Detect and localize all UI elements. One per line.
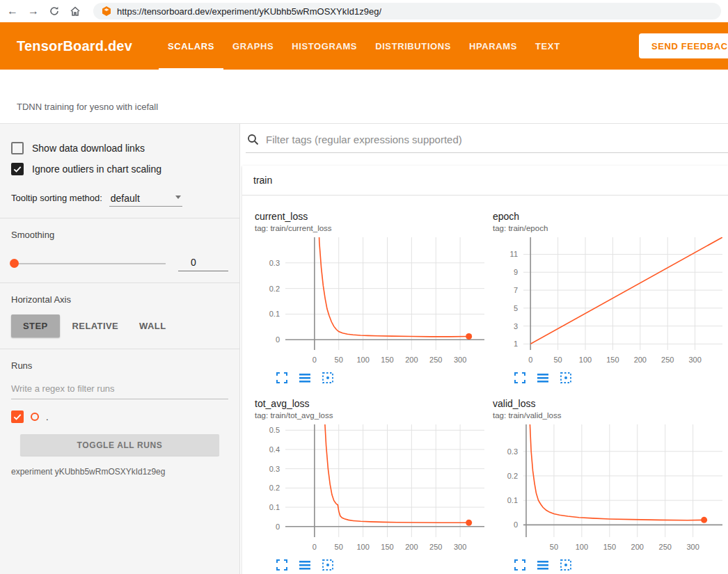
svg-text:300: 300 bbox=[454, 543, 466, 551]
svg-text:100: 100 bbox=[356, 356, 369, 364]
chart-title: valid_loss bbox=[493, 398, 727, 409]
ignore-outliers-label: Ignore outliers in chart scaling bbox=[32, 164, 161, 175]
svg-text:0.5: 0.5 bbox=[269, 426, 280, 434]
chart-tag: tag: train/epoch bbox=[493, 224, 727, 232]
tab-scalars[interactable]: SCALARS bbox=[159, 22, 223, 70]
app-logo[interactable]: TensorBoard.dev bbox=[17, 38, 132, 54]
svg-text:0.2: 0.2 bbox=[269, 484, 280, 492]
fullscreen-icon[interactable] bbox=[276, 559, 288, 571]
run-color-indicator bbox=[31, 413, 39, 421]
svg-text:250: 250 bbox=[429, 543, 442, 551]
smoothing-slider-thumb[interactable] bbox=[10, 259, 19, 268]
smoothing-value-input[interactable]: 0 bbox=[178, 255, 228, 271]
fullscreen-icon[interactable] bbox=[276, 372, 288, 384]
fullscreen-icon[interactable] bbox=[514, 559, 526, 571]
data-table-icon[interactable] bbox=[299, 559, 311, 571]
svg-text:0.3: 0.3 bbox=[269, 465, 280, 473]
svg-text:0: 0 bbox=[312, 356, 317, 364]
home-icon[interactable] bbox=[70, 6, 81, 17]
tab-text[interactable]: TEXT bbox=[526, 22, 569, 70]
tab-distributions[interactable]: DISTRIBUTIONS bbox=[366, 22, 460, 70]
scalar-chart[interactable]: 00.10.20.30.40.5050100150200250300 bbox=[255, 422, 489, 555]
svg-text:0.1: 0.1 bbox=[269, 503, 280, 511]
axis-wall-button[interactable]: WALL bbox=[131, 314, 174, 337]
show-download-links-checkbox[interactable] bbox=[11, 142, 24, 154]
svg-text:0: 0 bbox=[528, 356, 532, 364]
axis-step-button[interactable]: STEP bbox=[11, 314, 60, 337]
data-table-icon[interactable] bbox=[537, 559, 549, 571]
svg-text:0.2: 0.2 bbox=[269, 285, 280, 293]
chart-title: tot_avg_loss bbox=[255, 398, 489, 409]
runs-label: Runs bbox=[11, 360, 228, 371]
data-table-icon[interactable] bbox=[299, 372, 311, 384]
svg-text:0.3: 0.3 bbox=[269, 259, 280, 267]
scalar-card-tot-avg-loss: tot_avg_loss tag: train/tot_avg_loss 00.… bbox=[255, 398, 489, 574]
forward-icon[interactable]: → bbox=[28, 6, 39, 17]
svg-text:50: 50 bbox=[554, 356, 562, 364]
show-download-links-label: Show data download links bbox=[32, 143, 145, 154]
svg-text:100: 100 bbox=[576, 543, 588, 551]
svg-text:250: 250 bbox=[661, 356, 674, 364]
axis-relative-button[interactable]: RELATIVE bbox=[64, 314, 127, 337]
tab-histograms[interactable]: HISTOGRAMS bbox=[283, 22, 366, 70]
back-icon[interactable]: ← bbox=[7, 6, 18, 17]
tab-graphs[interactable]: GRAPHS bbox=[223, 22, 283, 70]
tag-filter-input[interactable] bbox=[266, 134, 728, 145]
charts-grid: current_loss tag: train/current_loss 00.… bbox=[242, 196, 728, 574]
browser-toolbar: ← → https://tensorboard.dev/experiment/y… bbox=[0, 0, 728, 22]
svg-text:0: 0 bbox=[276, 523, 280, 531]
svg-text:250: 250 bbox=[659, 543, 672, 551]
svg-text:100: 100 bbox=[356, 543, 369, 551]
svg-text:50: 50 bbox=[550, 543, 558, 551]
send-feedback-button[interactable]: SEND FEEDBACK bbox=[639, 33, 728, 58]
url-text: https://tensorboard.dev/experiment/yKUbh… bbox=[117, 6, 381, 17]
address-bar[interactable]: https://tensorboard.dev/experiment/yKUbh… bbox=[93, 3, 721, 19]
svg-text:300: 300 bbox=[454, 356, 466, 364]
fit-domain-icon[interactable] bbox=[322, 372, 334, 384]
settings-sidebar: Show data download links Ignore outliers… bbox=[0, 124, 240, 574]
fit-domain-icon[interactable] bbox=[560, 559, 572, 571]
svg-text:150: 150 bbox=[603, 543, 616, 551]
scalar-card-valid-loss: valid_loss tag: train/valid_loss 00.10.2… bbox=[493, 398, 727, 574]
search-icon bbox=[247, 134, 259, 145]
tooltip-sort-dropdown[interactable]: default bbox=[109, 191, 182, 207]
main-nav: SCALARS GRAPHS HISTOGRAMS DISTRIBUTIONS … bbox=[159, 22, 569, 70]
chart-title: epoch bbox=[493, 211, 727, 222]
run-name: . bbox=[46, 412, 49, 422]
data-table-icon[interactable] bbox=[537, 372, 549, 384]
scalar-card-current-loss: current_loss tag: train/current_loss 00.… bbox=[255, 211, 489, 397]
svg-text:1: 1 bbox=[514, 340, 518, 348]
scalar-chart[interactable]: 00.10.20.3050100150200250300 bbox=[255, 234, 489, 368]
svg-text:5: 5 bbox=[514, 304, 518, 312]
run-row[interactable]: . bbox=[11, 410, 228, 423]
run-checkbox[interactable] bbox=[11, 410, 24, 423]
svg-text:200: 200 bbox=[631, 543, 644, 551]
svg-text:0.2: 0.2 bbox=[507, 472, 518, 480]
toggle-all-runs-button[interactable]: TOGGLE ALL RUNS bbox=[20, 434, 219, 456]
smoothing-label: Smoothing bbox=[11, 230, 228, 240]
fit-domain-icon[interactable] bbox=[322, 559, 334, 571]
svg-text:100: 100 bbox=[579, 356, 592, 364]
scalar-chart[interactable]: 1357911050100150200250300 bbox=[493, 234, 727, 368]
svg-text:300: 300 bbox=[686, 543, 699, 551]
svg-text:11: 11 bbox=[510, 250, 518, 258]
scalar-chart[interactable]: 00.10.20.350100150200250300 bbox=[493, 422, 727, 555]
fullscreen-icon[interactable] bbox=[514, 372, 526, 384]
svg-text:0.1: 0.1 bbox=[269, 310, 280, 318]
fit-domain-icon[interactable] bbox=[560, 372, 572, 384]
tag-group-header[interactable]: train bbox=[242, 166, 728, 196]
experiment-title: TDNN training for yesno with icefall bbox=[17, 102, 158, 112]
svg-text:250: 250 bbox=[429, 356, 442, 364]
svg-text:3: 3 bbox=[514, 322, 518, 330]
runs-filter-input[interactable] bbox=[11, 378, 228, 399]
tensorboard-favicon bbox=[102, 6, 111, 16]
ignore-outliers-checkbox[interactable] bbox=[11, 163, 24, 175]
chart-tag: tag: train/current_loss bbox=[255, 224, 489, 232]
tab-hparams[interactable]: HPARAMS bbox=[460, 22, 526, 70]
svg-text:0.1: 0.1 bbox=[507, 496, 518, 504]
svg-text:200: 200 bbox=[405, 543, 418, 551]
smoothing-slider[interactable] bbox=[11, 263, 166, 264]
svg-text:0: 0 bbox=[276, 335, 280, 344]
divider bbox=[0, 218, 239, 218]
refresh-icon[interactable] bbox=[49, 6, 60, 17]
